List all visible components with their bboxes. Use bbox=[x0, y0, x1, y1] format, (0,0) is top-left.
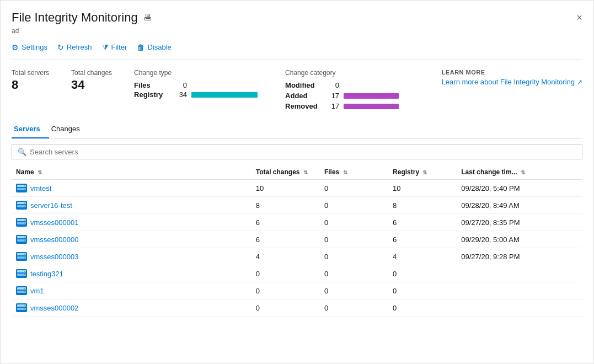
files-label: Files bbox=[134, 81, 167, 89]
change-category-rows: Modified 0 Added 17 Removed 17 bbox=[285, 81, 415, 110]
registry-cell: 0 bbox=[388, 282, 457, 299]
svg-point-18 bbox=[24, 237, 25, 238]
sort-total-icon: ⇅ bbox=[303, 169, 308, 175]
table-row: vmtest 1001009/28/20, 5:40 PM bbox=[12, 180, 582, 197]
change-type-rows: Files 0 Registry 34 bbox=[134, 81, 263, 99]
refresh-icon: ↻ bbox=[57, 43, 64, 52]
total-changes-cell: 0 bbox=[251, 299, 320, 317]
files-row: Files 0 bbox=[134, 81, 263, 89]
server-cell: vmsses000001 bbox=[16, 218, 247, 227]
print-icon[interactable]: 🖶 bbox=[143, 13, 152, 23]
svg-point-4 bbox=[24, 189, 25, 190]
settings-button[interactable]: ⚙ Settings bbox=[12, 41, 55, 54]
total-changes-label: Total changes bbox=[71, 69, 112, 77]
registry-cell: 10 bbox=[388, 180, 457, 197]
last-change-cell: 09/28/20, 5:40 PM bbox=[457, 180, 582, 197]
change-category-label: Change category bbox=[285, 69, 415, 77]
close-button[interactable]: × bbox=[576, 13, 582, 23]
registry-bar bbox=[191, 92, 258, 98]
refresh-button[interactable]: ↻ Refresh bbox=[55, 41, 100, 54]
server-link[interactable]: vmsses000002 bbox=[30, 304, 78, 312]
server-link[interactable]: vmsses000001 bbox=[30, 218, 78, 227]
total-changes-value: 34 bbox=[71, 78, 112, 92]
server-link[interactable]: vm1 bbox=[30, 287, 44, 295]
sort-files-icon: ⇅ bbox=[343, 169, 347, 175]
svg-point-23 bbox=[24, 254, 25, 255]
total-changes-cell: 6 bbox=[251, 231, 320, 248]
svg-point-34 bbox=[24, 291, 25, 292]
search-input[interactable] bbox=[30, 148, 576, 156]
files-cell: 0 bbox=[320, 299, 388, 317]
server-icon bbox=[16, 252, 27, 261]
added-label: Added bbox=[285, 92, 324, 100]
servers-table: Name ⇅ Total changes ⇅ Files ⇅ Registry … bbox=[12, 165, 582, 317]
modified-count: 0 bbox=[328, 81, 339, 89]
external-link-icon: ↗ bbox=[577, 78, 582, 86]
registry-row: Registry 34 bbox=[134, 90, 263, 99]
registry-label: Registry bbox=[134, 90, 167, 99]
svg-point-13 bbox=[24, 220, 25, 221]
total-servers-label: Total servers bbox=[12, 69, 49, 77]
svg-point-24 bbox=[24, 257, 25, 258]
search-bar: 🔍 bbox=[12, 144, 582, 159]
learn-more-link[interactable]: Learn more about File Integrity Monitori… bbox=[442, 78, 582, 86]
svg-point-19 bbox=[24, 240, 25, 241]
disable-icon: 🗑 bbox=[137, 43, 145, 52]
server-icon bbox=[16, 235, 27, 244]
tab-changes[interactable]: Changes bbox=[49, 121, 89, 138]
panel-subtitle: ad bbox=[12, 27, 582, 35]
table-row: vm1 000 bbox=[12, 282, 582, 299]
summary-row: Total servers 8 Total changes 34 Change … bbox=[12, 69, 582, 110]
change-type-block: Change type Files 0 Registry 34 bbox=[134, 69, 263, 99]
registry-bar-container bbox=[191, 92, 263, 98]
last-change-cell bbox=[457, 299, 582, 317]
svg-point-14 bbox=[24, 223, 25, 224]
learn-more-title: LEARN MORE bbox=[442, 69, 582, 76]
server-cell: vmsses000000 bbox=[16, 235, 247, 244]
total-changes-cell: 0 bbox=[251, 282, 320, 299]
removed-bar-container bbox=[344, 103, 415, 110]
added-bar bbox=[344, 93, 399, 99]
col-total-header[interactable]: Total changes ⇅ bbox=[251, 165, 320, 180]
col-registry-header[interactable]: Registry ⇅ bbox=[388, 165, 457, 180]
last-change-cell bbox=[457, 282, 582, 299]
col-files-header[interactable]: Files ⇅ bbox=[320, 165, 388, 180]
server-icon bbox=[16, 286, 27, 295]
server-icon bbox=[16, 201, 27, 210]
registry-cell: 0 bbox=[388, 265, 457, 282]
svg-point-3 bbox=[24, 185, 25, 186]
table-row: vmsses000001 60609/27/20, 8:35 PM bbox=[12, 214, 582, 231]
server-icon bbox=[16, 303, 27, 312]
server-link[interactable]: testing321 bbox=[30, 270, 63, 278]
total-changes-cell: 8 bbox=[251, 197, 320, 214]
col-name-header[interactable]: Name ⇅ bbox=[12, 165, 251, 180]
last-change-cell: 09/28/20, 8:49 AM bbox=[457, 197, 582, 214]
files-cell: 0 bbox=[320, 214, 388, 231]
panel-title: File Integrity Monitoring bbox=[12, 10, 138, 25]
removed-bar bbox=[344, 104, 399, 109]
disable-label: Disable bbox=[147, 43, 171, 51]
server-cell: testing321 bbox=[16, 269, 247, 278]
filter-button[interactable]: ⧩ Filter bbox=[100, 40, 135, 54]
server-link[interactable]: vmsses000000 bbox=[30, 235, 78, 244]
server-link[interactable]: vmtest bbox=[30, 184, 51, 192]
server-icon bbox=[16, 269, 27, 278]
removed-count: 17 bbox=[328, 102, 339, 110]
disable-button[interactable]: 🗑 Disable bbox=[135, 41, 179, 54]
col-lastchange-header[interactable]: Last change tim... ⇅ bbox=[457, 165, 582, 180]
files-cell: 0 bbox=[320, 180, 388, 197]
registry-cell: 8 bbox=[388, 197, 457, 214]
server-link[interactable]: server16-test bbox=[30, 201, 72, 210]
tabs: Servers Changes bbox=[12, 121, 582, 139]
files-cell: 0 bbox=[320, 231, 388, 248]
change-type-label: Change type bbox=[134, 69, 263, 77]
modified-row: Modified 0 bbox=[285, 81, 415, 89]
removed-row: Removed 17 bbox=[285, 102, 415, 110]
server-link[interactable]: vmsses000003 bbox=[30, 253, 78, 261]
tab-servers[interactable]: Servers bbox=[12, 121, 49, 138]
refresh-label: Refresh bbox=[67, 43, 92, 51]
server-cell: vmtest bbox=[16, 184, 247, 192]
svg-point-39 bbox=[24, 308, 25, 309]
files-cell: 0 bbox=[320, 197, 388, 214]
server-cell: vmsses000003 bbox=[16, 252, 247, 261]
